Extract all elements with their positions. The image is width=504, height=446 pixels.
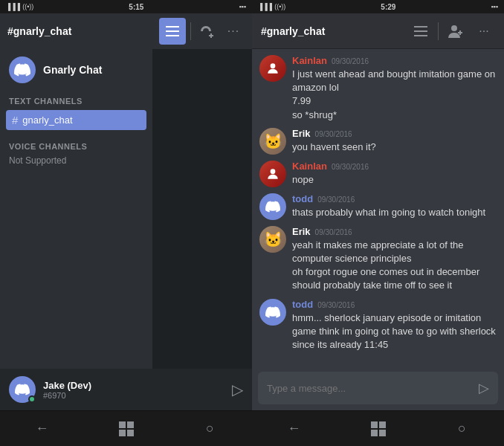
msg-timestamp-2: 09/30/2016 [315, 130, 352, 138]
kainlan-avatar-1 [259, 55, 286, 82]
discord-server-icon [14, 62, 30, 78]
message-group-2: 🐱 Erik 09/30/2016 you havent seen it? [259, 128, 497, 155]
signal-icon-right: ▐▐▐ [258, 3, 272, 10]
msg-author-kainlan-2: Kainlan [292, 161, 327, 172]
send-icon-left[interactable]: ▷ [232, 381, 243, 398]
search-button-left[interactable]: ○ [196, 414, 225, 444]
ellipsis-icon-right: ··· [479, 25, 488, 38]
message-group-1: Kainlan 09/30/2016 I just went ahead and… [259, 55, 497, 122]
server-row: Gnarly Chat [0, 49, 152, 91]
grumpy-cat-emoji: 🐱 [264, 132, 282, 150]
todd-avatar-2 [259, 299, 286, 326]
hash-icon-active: # [12, 114, 18, 126]
back-icon-right: ← [288, 421, 301, 436]
message-input-wrapper: ▷ [258, 372, 498, 404]
left-time: 5:15 [129, 3, 143, 11]
more-options-button[interactable]: ··· [222, 20, 245, 42]
svg-rect-5 [119, 430, 126, 436]
server-avatar [9, 56, 36, 83]
todd-discord-icon-2 [265, 305, 280, 320]
text-channels-label: Text Channels [0, 91, 152, 109]
right-more-button[interactable]: ··· [473, 20, 495, 42]
wifi-icon: ((•)) [22, 3, 33, 10]
user-info: Jake (Dev) #6970 [43, 380, 224, 400]
erik-avatar-2: 🐱 [259, 226, 286, 253]
message-group-5: 🐱 Erik 09/30/2016 yeah it makes me appre… [259, 226, 497, 293]
channel-sidebar: Gnarly Chat Text Channels # gnarly_chat … [0, 49, 152, 369]
active-channel-item[interactable]: # gnarly_chat [6, 110, 146, 130]
svg-rect-6 [127, 430, 134, 436]
add-member-icon-right [448, 24, 463, 39]
svg-rect-9 [414, 35, 427, 36]
right-time: 5:29 [381, 3, 395, 11]
right-header: #gnarly_chat ··· [252, 13, 504, 49]
user-tag-display: #6970 [43, 391, 224, 400]
svg-rect-13 [379, 421, 386, 428]
messages-list: Kainlan 09/30/2016 I just went ahead and… [252, 49, 504, 372]
msg-author-todd-2: todd [292, 299, 313, 310]
todd-avatar-1 [259, 193, 286, 220]
wifi-icon-right: ((•)) [274, 3, 285, 10]
todd-discord-icon [265, 199, 280, 214]
msg-author-todd-1: todd [292, 193, 313, 204]
header-separator [190, 22, 191, 40]
list-icon [166, 25, 179, 38]
svg-rect-3 [119, 421, 126, 428]
kainlan-icon [265, 61, 280, 76]
msg-text-6: hmm... sherlock january episode or imita… [292, 311, 497, 352]
list-icon-right [414, 25, 427, 38]
svg-rect-4 [127, 421, 134, 428]
kainlan-message-content-1: Kainlan 09/30/2016 I just went ahead and… [292, 55, 497, 122]
voice-not-supported: Not Supported [0, 154, 152, 167]
left-channel-name: #gnarly_chat [7, 25, 155, 37]
add-member-button[interactable] [196, 20, 218, 42]
svg-rect-1 [166, 30, 179, 32]
search-button-right[interactable]: ○ [448, 414, 477, 444]
svg-rect-15 [379, 430, 386, 436]
msg-text-1: I just went ahead and bought imitation g… [292, 68, 497, 122]
svg-point-11 [271, 169, 276, 174]
msg-timestamp-4: 09/30/2016 [317, 195, 355, 204]
msg-text-3: nope [292, 173, 497, 187]
grumpy-cat-emoji-2: 🐱 [264, 230, 282, 248]
send-icon-right[interactable]: ▷ [479, 380, 489, 396]
input-container: ▷ [252, 372, 504, 410]
msg-text-4: thats probably what im going to watch to… [292, 206, 497, 219]
voice-channels-label: Voice Channels [0, 132, 152, 154]
back-button-left[interactable]: ← [28, 414, 57, 444]
bottom-nav-right: ← ○ [252, 410, 504, 446]
search-icon-right: ○ [458, 421, 466, 436]
msg-timestamp-6: 09/30/2016 [317, 301, 355, 309]
right-add-member-button[interactable] [445, 20, 467, 42]
msg-timestamp-3: 09/30/2016 [332, 163, 369, 171]
msg-author-kainlan-1: Kainlan [292, 55, 327, 66]
add-member-icon [199, 24, 214, 39]
active-channel-name: gnarly_chat [22, 114, 72, 126]
back-button-right[interactable]: ← [280, 414, 309, 444]
todd-message-content-1: todd 09/30/2016 thats probably what im g… [292, 193, 497, 220]
todd-message-content-2: todd 09/30/2016 hmm... sherlock january … [292, 299, 497, 352]
right-list-button[interactable] [410, 20, 432, 42]
erik-message-content-1: Erik 09/30/2016 you havent seen it? [292, 128, 497, 155]
svg-rect-8 [414, 30, 427, 32]
list-view-button[interactable] [159, 18, 186, 45]
svg-rect-7 [414, 26, 427, 28]
msg-timestamp-1: 09/30/2016 [332, 57, 369, 65]
windows-icon-left [119, 421, 134, 436]
user-bar: Jake (Dev) #6970 ▷ [0, 369, 252, 410]
kainlan-icon-2 [265, 167, 280, 181]
kainlan-avatar-2 [259, 161, 286, 187]
back-icon-left: ← [36, 421, 49, 436]
online-indicator [28, 395, 36, 403]
windows-icon-right [371, 421, 386, 436]
username-display: Jake (Dev) [43, 380, 224, 391]
erik-avatar-1: 🐱 [259, 128, 286, 155]
ellipsis-icon: ··· [227, 25, 239, 38]
message-group-4: todd 09/30/2016 thats probably what im g… [259, 193, 497, 220]
home-button-left[interactable] [112, 414, 141, 444]
message-input[interactable] [267, 383, 473, 394]
message-group-3: Kainlan 09/30/2016 nope [259, 161, 497, 187]
msg-author-erik-2: Erik [292, 226, 311, 237]
server-name: Gnarly Chat [43, 64, 102, 76]
home-button-right[interactable] [364, 414, 393, 444]
